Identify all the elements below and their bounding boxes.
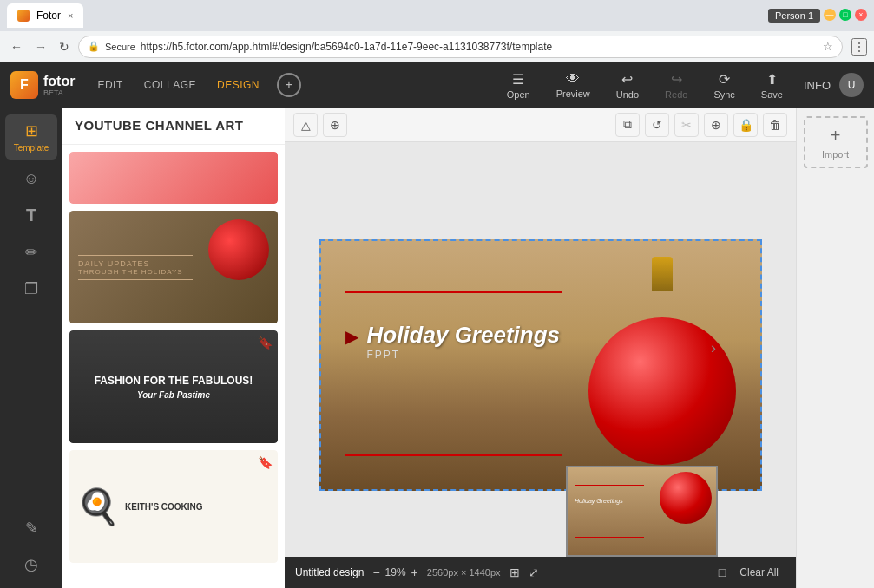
person-badge: Person 1 xyxy=(768,9,820,23)
fashion-sub: Your Fab Pastime xyxy=(137,390,210,400)
address-bar[interactable]: 🔒 Secure https://h5.fotor.com/app.html#/… xyxy=(78,36,843,58)
save-button[interactable]: ⬆ Save xyxy=(749,68,795,103)
people-icon: ☺ xyxy=(23,170,39,188)
sidebar-item-people[interactable]: ☺ xyxy=(5,163,57,195)
browser-navbar: ← → ↻ 🔒 Secure https://h5.fotor.com/app.… xyxy=(0,31,874,62)
user-avatar[interactable]: U xyxy=(839,73,864,97)
tab-close-btn[interactable]: × xyxy=(68,10,73,21)
import-label: Import xyxy=(822,149,849,160)
preview-button[interactable]: 👁 Preview xyxy=(544,68,602,102)
lock-btn[interactable]: 🔒 xyxy=(733,113,758,137)
edit-nav-btn[interactable]: EDIT xyxy=(89,74,131,96)
canvas-ornament xyxy=(571,257,736,465)
panel-header: YOUTUBE CHANNEL ART xyxy=(62,108,285,145)
bookmark-icon[interactable]: ☆ xyxy=(823,40,833,53)
template-thumb-1 xyxy=(69,152,278,204)
secure-label: Secure xyxy=(105,42,135,52)
info-label[interactable]: INFO xyxy=(795,79,839,92)
toolbar-nav: EDIT COLLAGE DESIGN + xyxy=(89,73,301,97)
sidebar-item-template[interactable]: ⊞ Template xyxy=(5,114,57,160)
thumb-line-bottom xyxy=(575,537,644,538)
maximize-button[interactable]: □ xyxy=(839,9,851,21)
preview-label: Preview xyxy=(556,88,590,99)
open-button[interactable]: ☰ Open xyxy=(495,68,542,103)
settings-icon: ◷ xyxy=(24,555,38,574)
fullscreen-btn[interactable]: ⊞ xyxy=(509,565,520,579)
bookmark-icon-4: 🔖 xyxy=(258,455,273,469)
draw-icon: ✏ xyxy=(25,243,38,262)
zoom-controls: − 19% + xyxy=(372,565,417,579)
fashion-overlay: FASHION FOR THE FABULOUS! Your Fab Pasti… xyxy=(69,330,278,443)
thumbnail-preview: Holiday Greetings xyxy=(566,466,718,557)
import-button[interactable]: + Import xyxy=(804,116,868,168)
close-button[interactable]: × xyxy=(855,9,867,21)
design-canvas[interactable]: ▶ Holiday Greetings FPPT xyxy=(319,239,762,491)
dimensions-label: 2560px × 1440px xyxy=(427,567,501,578)
sidebar-item-shapes[interactable]: ❐ xyxy=(5,272,57,305)
browser-menu-button[interactable]: ⋮ xyxy=(851,38,867,56)
redo-icon: ↪ xyxy=(671,71,682,88)
status-bar: Untitled design − 19% + 2560px × 1440px … xyxy=(285,557,796,588)
thumb-line-top xyxy=(575,485,644,486)
sidebar-item-bottom[interactable]: ✎ xyxy=(5,512,57,545)
logo-icon: F xyxy=(10,71,38,99)
save-icon: ⬆ xyxy=(766,71,778,88)
redo-label: Redo xyxy=(665,89,687,100)
template-item-3[interactable]: 🔖 FASHION FOR THE FABULOUS! Your Fab Pas… xyxy=(69,330,278,443)
layers-btn[interactable]: ⊕ xyxy=(704,113,728,137)
canvas-line-bottom xyxy=(345,454,562,456)
template-grid: DAILY UPDATES THROUGH THE HOLIDAYS 🔖 FAS… xyxy=(62,145,285,588)
right-expand-btn[interactable]: › xyxy=(711,339,716,357)
fotor-logo: F fotor BETA xyxy=(10,71,75,99)
expand-btn[interactable]: ⤢ xyxy=(529,565,539,579)
tpl-line-top xyxy=(78,255,193,256)
preview-icon: 👁 xyxy=(566,71,580,87)
reload-button[interactable]: ↻ xyxy=(56,36,73,57)
zoom-in-btn[interactable]: + xyxy=(411,565,418,579)
sidebar-item-settings[interactable]: ◷ xyxy=(5,548,57,581)
minimize-button[interactable]: — xyxy=(824,9,836,21)
delete-btn[interactable]: 🗑 xyxy=(763,113,787,137)
sync-button[interactable]: ⟳ Sync xyxy=(701,68,746,103)
design-nav-btn[interactable]: DESIGN xyxy=(208,74,268,96)
back-button[interactable]: ← xyxy=(7,36,26,57)
template-item-4[interactable]: 🔖 🍳 KEITH'S COOKING xyxy=(69,450,278,563)
shapes-icon: ❐ xyxy=(24,279,38,298)
canvas-wrapper: ▶ Holiday Greetings FPPT Ho xyxy=(285,142,796,588)
template-item-1[interactable] xyxy=(69,152,278,204)
cut-btn[interactable]: ✂ xyxy=(674,113,699,137)
canvas-toolbar: △ ⊕ ⧉ ↺ ✂ ⊕ 🔒 🗑 xyxy=(285,108,796,142)
template-item-2[interactable]: DAILY UPDATES THROUGH THE HOLIDAYS xyxy=(69,211,278,323)
template-thumb-4: 🔖 🍳 KEITH'S COOKING xyxy=(69,450,278,563)
open-label: Open xyxy=(507,89,530,100)
template-panel: YOUTUBE CHANNEL ART DAILY UPDATES THROUG… xyxy=(62,108,285,588)
window-controls: Person 1 — □ × xyxy=(768,9,867,23)
toolbar-actions: ☰ Open 👁 Preview ↩ Undo ↪ Redo ⟳ Sync ⬆ … xyxy=(495,68,795,103)
text-icon: T xyxy=(26,206,36,225)
sidebar-item-text[interactable]: T xyxy=(5,199,57,232)
shape-tool-btn[interactable]: △ xyxy=(293,113,318,137)
redo-button[interactable]: ↪ Redo xyxy=(653,68,700,103)
canvas-area: △ ⊕ ⧉ ↺ ✂ ⊕ 🔒 🗑 ▶ Holiday Greetings F xyxy=(285,108,796,588)
collage-nav-btn[interactable]: COLLAGE xyxy=(135,74,205,96)
sidebar-item-draw[interactable]: ✏ xyxy=(5,236,57,269)
clear-icon-btn[interactable]: □ xyxy=(719,565,726,579)
app-toolbar: F fotor BETA EDIT COLLAGE DESIGN + ☰ Ope… xyxy=(0,62,874,108)
template-thumb-3: 🔖 FASHION FOR THE FABULOUS! Your Fab Pas… xyxy=(69,330,278,443)
undo-button[interactable]: ↩ Undo xyxy=(604,68,651,103)
copy-btn[interactable]: ⧉ xyxy=(615,113,640,137)
canvas-text-block: Holiday Greetings FPPT xyxy=(367,322,561,361)
canvas-line-top xyxy=(345,291,562,293)
add-element-btn[interactable]: ⊕ xyxy=(323,113,347,137)
forward-button[interactable]: → xyxy=(31,36,50,57)
clear-all-btn[interactable]: Clear All xyxy=(733,563,785,582)
add-design-button[interactable]: + xyxy=(277,73,301,97)
zoom-out-btn[interactable]: − xyxy=(372,565,379,579)
arrow-icon: ▶ xyxy=(345,326,358,347)
left-sidebar: ⊞ Template ☺ T ✏ ❐ ✎ ◷ xyxy=(0,108,62,588)
logo-beta: BETA xyxy=(43,89,75,97)
food-icon: 🍳 xyxy=(76,487,120,527)
undo-label: Undo xyxy=(616,89,639,100)
refresh-btn[interactable]: ↺ xyxy=(645,113,669,137)
browser-tab[interactable]: Fotor × xyxy=(7,3,83,28)
